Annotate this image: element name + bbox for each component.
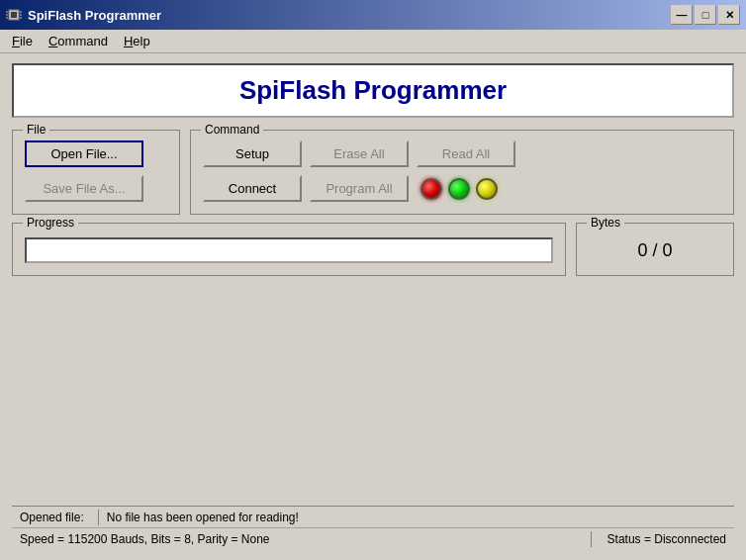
app-icon — [6, 7, 22, 23]
close-button[interactable]: ✕ — [718, 5, 740, 25]
led-yellow-indicator — [476, 178, 498, 200]
connect-button[interactable]: Connect — [203, 175, 302, 202]
setup-button[interactable]: Setup — [203, 140, 302, 167]
status-sep-2 — [591, 531, 592, 547]
open-file-button[interactable]: Open File... — [25, 140, 143, 167]
minimize-button[interactable]: — — [671, 5, 693, 25]
program-all-button[interactable]: Program All — [310, 175, 409, 202]
menu-help-label: Help — [124, 34, 150, 48]
read-all-button[interactable]: Read All — [417, 140, 515, 167]
speed-value: Speed = 115200 Bauds, Bits = 8, Parity =… — [20, 532, 270, 546]
bytes-panel-legend: Bytes — [587, 216, 624, 230]
bottom-panels-row: Progress Bytes 0 / 0 — [12, 223, 734, 276]
menu-file-label: File — [12, 34, 33, 48]
command-panel-legend: Command — [201, 123, 263, 137]
progress-bar-container — [25, 237, 553, 263]
status-value: Status = Disconnected — [607, 532, 726, 546]
app-title-box: SpiFlash Programmer — [12, 63, 734, 118]
progress-panel: Progress — [12, 223, 566, 276]
bytes-panel: Bytes 0 / 0 — [576, 223, 734, 276]
progress-panel-legend: Progress — [23, 216, 78, 230]
opened-file-label: Opened file: — [20, 511, 84, 524]
erase-all-button[interactable]: Erase All — [310, 140, 409, 167]
file-panel: File Open File... Save File As... — [12, 130, 180, 215]
cmd-row-1: Setup Erase All Read All — [203, 140, 721, 167]
title-bar-buttons: — □ ✕ — [671, 5, 740, 25]
led-green-indicator — [448, 178, 470, 200]
cmd-row-2: Connect Program All — [203, 175, 721, 202]
menu-file[interactable]: File — [4, 32, 41, 50]
title-bar-left: SpiFlash Programmer — [6, 7, 161, 23]
bytes-value: 0 / 0 — [637, 240, 672, 261]
maximize-button[interactable]: □ — [695, 5, 716, 25]
status-bar: Opened file: No file has been opened for… — [12, 506, 734, 550]
opened-file-row: Opened file: No file has been opened for… — [12, 507, 734, 528]
app-title: SpiFlash Programmer — [239, 75, 507, 105]
led-group — [420, 178, 498, 200]
panels-row: File Open File... Save File As... Comman… — [12, 130, 734, 215]
title-bar-text: SpiFlash Programmer — [28, 8, 161, 23]
window-content: SpiFlash Programmer File Open File... Sa… — [0, 53, 746, 560]
led-red-indicator — [420, 178, 442, 200]
menu-help[interactable]: Help — [116, 32, 158, 50]
svg-rect-1 — [11, 12, 17, 18]
title-bar: SpiFlash Programmer — □ ✕ — [0, 0, 746, 30]
status-sep-1 — [98, 510, 99, 525]
save-file-button[interactable]: Save File As... — [25, 175, 143, 202]
menu-command[interactable]: Command — [41, 32, 116, 50]
file-panel-legend: File — [23, 123, 49, 137]
command-panel: Command Setup Erase All Read All Connect… — [190, 130, 734, 215]
speed-row: Speed = 115200 Bauds, Bits = 8, Parity =… — [12, 528, 734, 550]
opened-file-value: No file has been opened for reading! — [107, 511, 299, 524]
menu-command-label: Command — [48, 34, 108, 48]
menu-bar: File Command Help — [0, 30, 746, 53]
